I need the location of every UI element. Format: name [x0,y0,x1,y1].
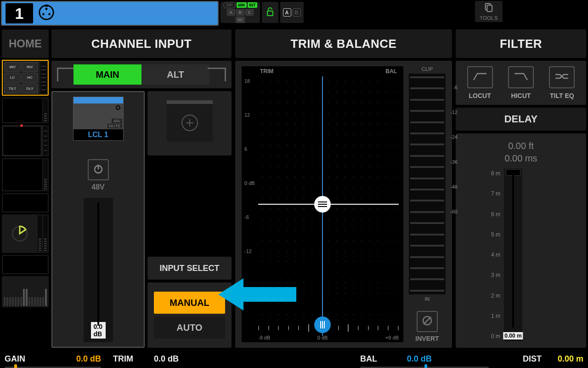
balance-handle[interactable] [314,316,331,333]
hicut-button[interactable] [508,66,534,88]
delay-fader-cap[interactable] [506,169,520,176]
tools-icon [484,2,494,14]
hicut-icon [513,71,529,84]
gate-slot[interactable]: GATE [2,98,49,123]
delay-ms-value: 0.00 ms [504,153,537,164]
svg-point-2 [42,13,45,15]
main-tab[interactable]: MAIN [74,64,141,85]
delay-scale: 8 m7 m6 m 5 m4 m3 m 2 m1 m0 m [491,168,500,341]
gain-readout: 0.0 dB [91,322,106,339]
filter-title: FILTER [456,29,586,58]
source-tile[interactable]: 48V MUTE LCL 1 [73,97,124,141]
group-a-badge: A [227,9,235,16]
delay-panel: 0.00 ft 0.00 ms 8 m7 m6 m 5 m4 m3 m 2 m1… [456,133,586,348]
input-select-title: INPUT SELECT [147,257,232,280]
eq-clip-indicator [20,124,23,127]
invert-button[interactable] [417,311,438,332]
gain-label: GAIN [5,354,25,363]
svg-rect-7 [487,5,492,12]
filter-panel: LOCUT HICUT TILT EQ [456,61,586,105]
phase-icon [421,315,433,328]
channel-header[interactable]: 1 [1,1,219,26]
trim-balance-xy-pad[interactable]: TRIM BAL 18 12 6 0 dB -6 -12 -9 dB 0 dB … [242,66,403,342]
svg-point-1 [45,8,48,10]
delay-feet-value: 0.00 ft [508,141,534,151]
auto-button[interactable]: AUTO [154,316,225,339]
in-label: IN [425,296,430,302]
alt-tab[interactable]: ALT [141,64,209,85]
clip-label: CLIP [422,66,433,72]
tools-button[interactable]: TOOLS [475,1,503,22]
xlr-icon [38,4,55,23]
comp-slot[interactable]: COMP [2,158,49,191]
trim-axis-label: TRIM [260,68,273,75]
channel-number: 1 [6,3,33,23]
gain-fader[interactable]: 0.0 dB [84,198,113,342]
source-signal-icon [116,105,120,110]
xy-handle[interactable] [314,196,331,213]
samplerate-badge: 48K [237,2,247,8]
dist-value: 0.00 m [558,354,583,363]
channel-input-title: CHANNEL INPUT [51,29,232,58]
pan-knob-icon [2,214,38,253]
bal-label: BAL [360,354,377,363]
locut-icon [472,71,488,84]
delay-readout: 0.00 m [503,332,523,339]
trim-balance-title: TRIM & BALANCE [235,29,452,58]
bal-axis-label: BAL [385,68,397,75]
clock-badge: INT [248,2,257,8]
pan-slot[interactable] [2,214,49,253]
trim-label: TRIM [113,354,133,363]
usb-lock-icon [266,7,274,18]
main-alt-tabs: MAIN ALT [51,61,232,88]
add-alt-source-button[interactable] [167,100,213,142]
source-label: LCL 1 [74,129,123,140]
trim-value: 0.0 dB [154,354,179,363]
input-meter [409,74,446,294]
gain-value: 0.0 dB [76,354,101,364]
main-input-panel: 48V MUTE LCL 1 48V 0.0 dB [51,91,145,348]
svg-rect-5 [267,11,273,16]
invert-label: INVERT [415,335,439,342]
sends-slot[interactable] [2,276,49,307]
tilteq-button[interactable] [549,66,575,88]
delay-title: DELAY [456,108,586,131]
tilteq-icon [554,71,570,84]
sc-badge: SC [236,17,245,23]
phantom-label: 48V [91,183,104,191]
insert1-slot[interactable]: INS [2,193,49,213]
delay-fader[interactable]: 0.00 m [504,168,522,341]
dist-label: DIST [523,354,542,363]
sip-badge: SIP [223,2,236,8]
eq-slot[interactable] [2,125,49,156]
alt-source-panel [147,91,232,155]
input-select-panel: MANUAL AUTO [147,282,232,348]
manual-button[interactable]: MANUAL [154,292,225,314]
svg-point-3 [48,13,51,15]
bottom-parameter-bar: GAIN 0.0 dB TRIM 0.0 dB BAL 0.0 dB DIST … [0,350,588,368]
usb-status-block[interactable] [262,2,278,23]
bal-value: 0.0 dB [407,354,432,363]
insert2-slot[interactable]: INS [2,255,49,274]
processing-strip: HOME 48V INV LC HC TILT DLY GATE COMP [0,28,50,350]
input-slot[interactable]: 48V INV LC HC TILT DLY [2,60,49,96]
group-c-badge: C [245,9,254,16]
home-button[interactable]: HOME [2,29,49,58]
svg-rect-4 [45,5,48,7]
gain-slider[interactable] [5,367,101,368]
card-a-badge: A [283,8,291,17]
phantom-power-button[interactable] [88,159,109,180]
clock-status-block[interactable]: SIP 48K INT A B C SC [220,2,260,23]
locut-button[interactable] [467,66,493,88]
power-icon [93,163,104,176]
plus-icon [181,115,198,131]
bal-slider[interactable] [360,367,489,368]
group-b-badge: B [236,9,244,16]
card-slots-block[interactable]: A B [280,2,304,23]
card-b-badge: B [293,8,301,17]
tools-label: TOOLS [480,15,498,21]
svg-point-0 [40,6,53,19]
